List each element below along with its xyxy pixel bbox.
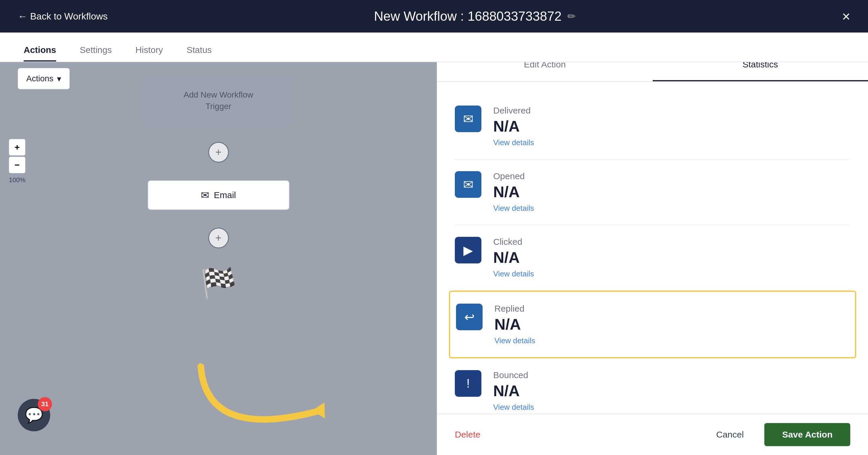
panel-footer: Delete Cancel Save Action	[437, 414, 868, 455]
stat-row-clicked: ▶ Clicked N/A View details	[455, 225, 850, 291]
connector-line-2	[218, 163, 219, 180]
zoom-in-button[interactable]: +	[9, 139, 25, 155]
connector-line-3	[218, 210, 219, 228]
stat-info-clicked: Clicked N/A View details	[493, 237, 850, 279]
finish-flag-icon: 🏁	[200, 266, 237, 301]
annotation-arrow	[177, 352, 354, 455]
email-node[interactable]: ✉ Email	[148, 180, 289, 210]
zoom-level: 100%	[9, 176, 25, 184]
stat-row-replied: ↩ Replied N/A View details	[449, 291, 856, 358]
panel-content: ✉ Delivered N/A View details ✉ Opened N/…	[437, 82, 868, 414]
bounced-icon: !	[455, 370, 482, 397]
stat-row-opened: ✉ Opened N/A View details	[455, 159, 850, 225]
zoom-out-button[interactable]: −	[9, 157, 25, 173]
tab-actions[interactable]: Actions	[24, 45, 56, 61]
delivered-view-details[interactable]: View details	[493, 138, 850, 147]
stat-info-bounced: Bounced N/A View details	[493, 370, 850, 412]
stat-info-replied: Replied N/A View details	[494, 304, 849, 345]
cancel-button[interactable]: Cancel	[704, 424, 755, 446]
footer-right: Cancel Save Action	[704, 423, 850, 446]
workflow-canvas: + − 100% Add New Workflow Trigger + ✉ Em…	[0, 62, 437, 455]
replied-icon: ↩	[456, 304, 483, 330]
email-node-icon: ✉	[201, 189, 209, 201]
connector-line-1	[218, 124, 219, 142]
stat-info-delivered: Delivered N/A View details	[493, 106, 850, 147]
back-to-workflows-button[interactable]: ← Back to Workflows	[18, 11, 108, 22]
delivered-icon: ✉	[455, 106, 482, 132]
stat-row-bounced: ! Bounced N/A View details	[455, 358, 850, 414]
zoom-controls: + − 100%	[9, 139, 25, 184]
connector-line-4	[218, 248, 219, 266]
opened-icon: ✉	[455, 171, 482, 198]
top-bar: ← Back to Workflows New Workflow : 16880…	[0, 0, 868, 32]
delete-button[interactable]: Delete	[455, 430, 480, 439]
close-panel-button[interactable]: ×	[842, 8, 850, 25]
back-arrow-icon: ←	[18, 11, 27, 22]
svg-marker-0	[311, 399, 330, 418]
chevron-down-icon: ▾	[57, 74, 61, 84]
add-node-2[interactable]: +	[208, 228, 229, 248]
workflow-title: New Workflow : 1688033733872 ✏	[374, 9, 576, 24]
tab-history[interactable]: History	[135, 45, 163, 61]
sub-nav: Actions ▾ Actions Settings History Statu…	[0, 32, 868, 62]
replied-view-details[interactable]: View details	[494, 336, 849, 345]
stat-info-opened: Opened N/A View details	[493, 171, 850, 213]
add-node-1[interactable]: +	[208, 142, 229, 163]
workflow-diagram: Add New Workflow Trigger + ✉ Email + 🏁	[145, 77, 292, 301]
actions-dropdown-button[interactable]: Actions ▾	[18, 68, 70, 89]
stat-row-delivered: ✉ Delivered N/A View details	[455, 94, 850, 159]
clicked-view-details[interactable]: View details	[493, 269, 850, 279]
edit-title-icon[interactable]: ✏	[567, 10, 576, 22]
right-panel: Email Send an email to the contact × Edi…	[437, 0, 868, 455]
trigger-node[interactable]: Add New Workflow Trigger	[145, 77, 292, 124]
tab-settings[interactable]: Settings	[80, 45, 112, 61]
opened-view-details[interactable]: View details	[493, 204, 850, 213]
chat-badge: 31	[38, 397, 52, 411]
bounced-view-details[interactable]: View details	[493, 403, 850, 412]
tab-status[interactable]: Status	[187, 45, 212, 61]
chat-widget[interactable]: 💬 31	[18, 399, 50, 431]
clicked-icon: ▶	[455, 237, 482, 263]
save-action-button[interactable]: Save Action	[764, 423, 850, 446]
